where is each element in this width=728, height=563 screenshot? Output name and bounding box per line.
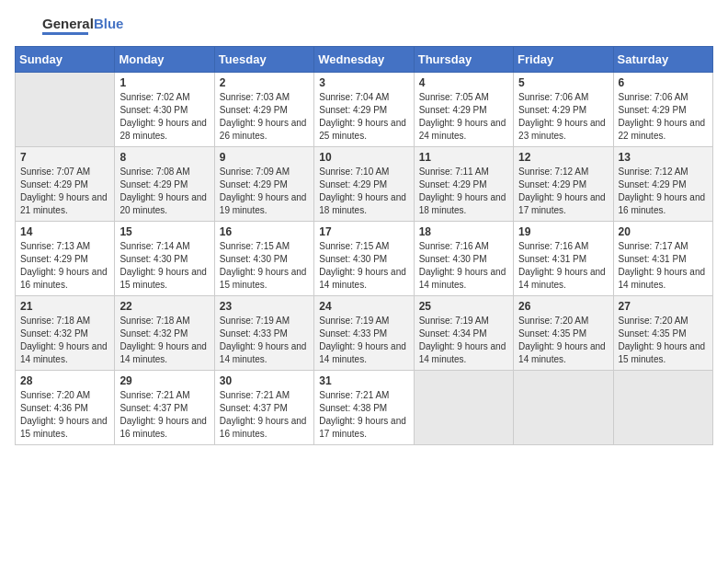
cell-info: Sunrise: 7:18 AMSunset: 4:32 PMDaylight:… (20, 315, 109, 366)
day-number: 27 (619, 300, 708, 313)
cell-4-7: 27Sunrise: 7:20 AMSunset: 4:35 PMDayligh… (613, 296, 712, 371)
day-number: 3 (319, 76, 408, 89)
day-number: 17 (319, 225, 408, 238)
cell-info: Sunrise: 7:12 AMSunset: 4:29 PMDaylight:… (518, 166, 608, 217)
col-header-saturday: Saturday (613, 47, 712, 73)
cell-5-6 (514, 371, 613, 445)
col-header-monday: Monday (115, 47, 214, 73)
cell-info: Sunrise: 7:06 AMSunset: 4:29 PMDaylight:… (518, 91, 608, 143)
day-number: 30 (220, 374, 309, 387)
col-header-friday: Friday (514, 47, 613, 73)
day-number: 5 (518, 76, 608, 89)
cell-info: Sunrise: 7:07 AMSunset: 4:29 PMDaylight:… (20, 166, 109, 217)
day-number: 13 (619, 151, 708, 164)
day-number: 14 (20, 225, 109, 238)
cell-3-3: 16Sunrise: 7:15 AMSunset: 4:30 PMDayligh… (214, 222, 313, 296)
cell-1-6: 5Sunrise: 7:06 AMSunset: 4:29 PMDaylight… (514, 73, 613, 147)
week-row-2: 7Sunrise: 7:07 AMSunset: 4:29 PMDaylight… (16, 147, 713, 222)
day-number: 23 (220, 300, 309, 313)
day-number: 29 (119, 374, 209, 387)
cell-info: Sunrise: 7:03 AMSunset: 4:29 PMDaylight:… (220, 91, 309, 143)
cell-3-1: 14Sunrise: 7:13 AMSunset: 4:29 PMDayligh… (16, 222, 115, 296)
cell-info: Sunrise: 7:19 AMSunset: 4:33 PMDaylight:… (220, 315, 309, 366)
cell-info: Sunrise: 7:02 AMSunset: 4:30 PMDaylight:… (119, 91, 209, 143)
cell-info: Sunrise: 7:06 AMSunset: 4:29 PMDaylight:… (619, 91, 708, 143)
day-number: 19 (518, 225, 608, 238)
cell-5-2: 29Sunrise: 7:21 AMSunset: 4:37 PMDayligh… (115, 371, 214, 445)
cell-2-3: 9Sunrise: 7:09 AMSunset: 4:29 PMDaylight… (214, 147, 313, 222)
day-number: 25 (419, 300, 508, 313)
cell-info: Sunrise: 7:05 AMSunset: 4:29 PMDaylight:… (419, 91, 508, 143)
cell-1-5: 4Sunrise: 7:05 AMSunset: 4:29 PMDaylight… (414, 73, 513, 147)
cell-1-3: 2Sunrise: 7:03 AMSunset: 4:29 PMDaylight… (214, 73, 313, 147)
day-number: 21 (20, 300, 109, 313)
day-number: 7 (20, 151, 109, 164)
day-number: 15 (119, 225, 209, 238)
cell-info: Sunrise: 7:16 AMSunset: 4:31 PMDaylight:… (518, 240, 608, 292)
cell-1-7: 6Sunrise: 7:06 AMSunset: 4:29 PMDaylight… (613, 73, 712, 147)
cell-3-7: 20Sunrise: 7:17 AMSunset: 4:31 PMDayligh… (613, 222, 712, 296)
cell-info: Sunrise: 7:08 AMSunset: 4:29 PMDaylight:… (119, 166, 209, 217)
cell-info: Sunrise: 7:15 AMSunset: 4:30 PMDaylight:… (319, 240, 408, 292)
cell-info: Sunrise: 7:19 AMSunset: 4:33 PMDaylight:… (319, 315, 408, 366)
cell-info: Sunrise: 7:12 AMSunset: 4:29 PMDaylight:… (619, 166, 708, 217)
cell-info: Sunrise: 7:13 AMSunset: 4:29 PMDaylight:… (20, 240, 109, 292)
day-number: 11 (419, 151, 508, 164)
cell-2-5: 11Sunrise: 7:11 AMSunset: 4:29 PMDayligh… (414, 147, 513, 222)
week-row-5: 28Sunrise: 7:20 AMSunset: 4:36 PMDayligh… (16, 371, 713, 445)
cell-1-2: 1Sunrise: 7:02 AMSunset: 4:30 PMDaylight… (115, 73, 214, 147)
cell-2-7: 13Sunrise: 7:12 AMSunset: 4:29 PMDayligh… (613, 147, 712, 222)
cell-info: Sunrise: 7:20 AMSunset: 4:35 PMDaylight:… (518, 315, 608, 366)
cell-2-2: 8Sunrise: 7:08 AMSunset: 4:29 PMDaylight… (115, 147, 214, 222)
cell-2-1: 7Sunrise: 7:07 AMSunset: 4:29 PMDaylight… (16, 147, 115, 222)
cell-5-5 (414, 371, 513, 445)
day-number: 28 (20, 374, 109, 387)
cell-info: Sunrise: 7:19 AMSunset: 4:34 PMDaylight:… (419, 315, 508, 366)
day-number: 26 (518, 300, 608, 313)
day-number: 4 (419, 76, 508, 89)
cell-2-4: 10Sunrise: 7:10 AMSunset: 4:29 PMDayligh… (314, 147, 414, 222)
cell-info: Sunrise: 7:09 AMSunset: 4:29 PMDaylight:… (220, 166, 309, 217)
cell-info: Sunrise: 7:21 AMSunset: 4:37 PMDaylight:… (220, 389, 309, 441)
day-number: 16 (220, 225, 309, 238)
cell-2-6: 12Sunrise: 7:12 AMSunset: 4:29 PMDayligh… (514, 147, 613, 222)
header: GeneralBlue (15, 9, 713, 39)
day-number: 9 (220, 151, 309, 164)
cell-5-7 (613, 371, 712, 445)
cell-1-4: 3Sunrise: 7:04 AMSunset: 4:29 PMDaylight… (314, 73, 414, 147)
cell-info: Sunrise: 7:16 AMSunset: 4:30 PMDaylight:… (419, 240, 508, 292)
col-header-tuesday: Tuesday (214, 47, 313, 73)
day-number: 12 (518, 151, 608, 164)
cell-info: Sunrise: 7:17 AMSunset: 4:31 PMDaylight:… (619, 240, 708, 292)
day-number: 31 (319, 374, 408, 387)
cell-3-6: 19Sunrise: 7:16 AMSunset: 4:31 PMDayligh… (514, 222, 613, 296)
day-number: 18 (419, 225, 508, 238)
week-row-3: 14Sunrise: 7:13 AMSunset: 4:29 PMDayligh… (16, 222, 713, 296)
logo-icon (15, 13, 40, 39)
day-number: 20 (619, 225, 708, 238)
cell-5-3: 30Sunrise: 7:21 AMSunset: 4:37 PMDayligh… (214, 371, 313, 445)
cell-info: Sunrise: 7:18 AMSunset: 4:32 PMDaylight:… (119, 315, 209, 366)
cell-4-1: 21Sunrise: 7:18 AMSunset: 4:32 PMDayligh… (16, 296, 115, 371)
cell-info: Sunrise: 7:14 AMSunset: 4:30 PMDaylight:… (119, 240, 209, 292)
calendar-page: GeneralBlue SundayMondayTuesdayWednesday… (0, 0, 728, 563)
cell-3-2: 15Sunrise: 7:14 AMSunset: 4:30 PMDayligh… (115, 222, 214, 296)
cell-5-1: 28Sunrise: 7:20 AMSunset: 4:36 PMDayligh… (16, 371, 115, 445)
day-number: 2 (220, 76, 309, 89)
week-row-1: 1Sunrise: 7:02 AMSunset: 4:30 PMDaylight… (16, 73, 713, 147)
cell-4-3: 23Sunrise: 7:19 AMSunset: 4:33 PMDayligh… (214, 296, 313, 371)
cell-info: Sunrise: 7:11 AMSunset: 4:29 PMDaylight:… (419, 166, 508, 217)
cell-info: Sunrise: 7:10 AMSunset: 4:29 PMDaylight:… (319, 166, 408, 217)
day-number: 24 (319, 300, 408, 313)
day-number: 6 (619, 76, 708, 89)
cell-4-6: 26Sunrise: 7:20 AMSunset: 4:35 PMDayligh… (514, 296, 613, 371)
cell-info: Sunrise: 7:20 AMSunset: 4:36 PMDaylight:… (20, 389, 109, 441)
cell-info: Sunrise: 7:20 AMSunset: 4:35 PMDaylight:… (619, 315, 708, 366)
cell-3-5: 18Sunrise: 7:16 AMSunset: 4:30 PMDayligh… (414, 222, 513, 296)
col-header-sunday: Sunday (16, 47, 115, 73)
cell-4-4: 24Sunrise: 7:19 AMSunset: 4:33 PMDayligh… (314, 296, 414, 371)
day-number: 1 (119, 76, 209, 89)
day-number: 10 (319, 151, 408, 164)
cell-5-4: 31Sunrise: 7:21 AMSunset: 4:38 PMDayligh… (314, 371, 414, 445)
logo: GeneralBlue (15, 13, 123, 39)
